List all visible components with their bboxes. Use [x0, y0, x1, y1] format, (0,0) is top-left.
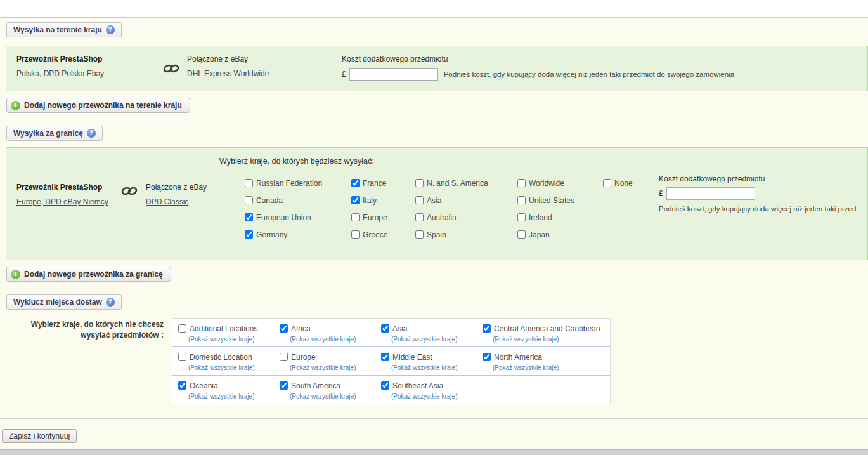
show-all-countries-link[interactable]: (Pokaż wszystkie kraje): [290, 393, 356, 400]
excluded-location-oceania[interactable]: Oceania: [178, 380, 269, 391]
domestic-shipping-section-header: Wysyłka na terenie kraju ?: [6, 22, 122, 37]
country-option-european-union[interactable]: European Union: [245, 209, 351, 226]
country-option-germany[interactable]: Germany: [245, 226, 351, 243]
excluded-location-south-america[interactable]: South America: [280, 380, 370, 391]
domestic-extra-item-cost-input[interactable]: [349, 68, 438, 81]
show-all-countries-link[interactable]: (Pokaż wszystkie kraje): [493, 364, 559, 371]
checkbox-france[interactable]: [351, 179, 360, 187]
checkbox-oceania[interactable]: [178, 381, 186, 390]
checkbox-label: United States: [529, 196, 574, 205]
checkbox-label: Middle East: [392, 353, 432, 362]
country-option-japan[interactable]: Japan: [517, 226, 603, 243]
add-international-carrier-button[interactable]: + Dodaj nowego przewoźnika za granicę: [6, 267, 171, 282]
checkbox-domestic-location[interactable]: [178, 353, 186, 361]
checkbox-label: Africa: [291, 324, 311, 333]
country-option-none[interactable]: None: [603, 175, 659, 192]
excluded-location-additional-locations[interactable]: Additional Locations: [178, 323, 269, 334]
show-all-countries-link[interactable]: (Pokaż wszystkie kraje): [188, 393, 254, 400]
checkbox-ireland[interactable]: [517, 213, 526, 221]
domestic-ebay-service-link[interactable]: DHL Express Worldwide: [187, 69, 269, 78]
country-option-australia[interactable]: Australia: [415, 209, 517, 226]
checkbox-spain[interactable]: [415, 230, 424, 239]
checkbox-australia[interactable]: [415, 213, 424, 221]
checkbox-middle-east[interactable]: [381, 353, 389, 361]
checkbox-europe[interactable]: [280, 353, 288, 361]
excluded-location-europe[interactable]: Europe: [280, 352, 370, 362]
exclude-countries-label-line2: wysyłać przedmiotów :: [0, 330, 164, 341]
international-extra-item-cost-input[interactable]: [666, 187, 755, 200]
country-option-europe[interactable]: Europe: [351, 209, 415, 226]
international-section-title: Wysyłka za granicę: [13, 129, 83, 138]
country-option-france[interactable]: France: [351, 175, 415, 192]
excluded-location-middle-east[interactable]: Middle East: [381, 352, 472, 362]
excluded-location-africa[interactable]: Africa: [280, 323, 370, 334]
excluded-locations-row: Additional Locations(Pokaż wszystkie kra…: [172, 319, 610, 347]
excluded-location-southeast-asia[interactable]: Southeast Asia: [381, 380, 472, 391]
checkbox-european-union[interactable]: [245, 213, 253, 221]
checkbox-n-and-s-america[interactable]: [415, 179, 424, 187]
checkbox-southeast-asia[interactable]: [381, 381, 389, 390]
country-option-asia[interactable]: Asia: [415, 192, 517, 209]
checkbox-south-america[interactable]: [280, 381, 288, 390]
checkbox-canada[interactable]: [245, 196, 253, 204]
checkbox-label: Europe: [363, 213, 387, 222]
checkbox-worldwide[interactable]: [517, 179, 526, 187]
excluded-location-north-america[interactable]: North America: [483, 352, 605, 362]
international-ebay-service-link[interactable]: DPD Classic: [146, 197, 188, 206]
checkbox-asia[interactable]: [381, 324, 389, 333]
show-all-countries-link[interactable]: (Pokaż wszystkie kraje): [290, 364, 356, 371]
help-icon[interactable]: ?: [87, 129, 96, 138]
country-option-n-and-s-america[interactable]: N. and S. America: [415, 175, 517, 192]
checkbox-additional-locations[interactable]: [178, 324, 186, 333]
excluded-location-asia[interactable]: Asia: [381, 323, 472, 334]
checkbox-japan[interactable]: [517, 230, 526, 239]
checkbox-none[interactable]: [603, 179, 611, 187]
ship-to-country-checkbox-grid: Russian FederationCanadaEuropean UnionGe…: [245, 175, 659, 243]
excluded-location-cell-europe: Europe(Pokaż wszystkie kraje): [274, 347, 375, 376]
show-all-countries-link[interactable]: (Pokaż wszystkie kraje): [391, 336, 457, 343]
show-all-countries-link[interactable]: (Pokaż wszystkie kraje): [493, 336, 559, 343]
help-icon[interactable]: ?: [106, 298, 115, 307]
show-all-countries-link[interactable]: (Pokaż wszystkie kraje): [290, 336, 356, 343]
domestic-carrier-link[interactable]: Polska, DPD Polska Ebay: [16, 69, 104, 78]
show-all-countries-link[interactable]: (Pokaż wszystkie kraje): [188, 336, 254, 343]
extra-item-cost-label: Koszt dodatkowego przedmiotu: [659, 175, 867, 183]
show-all-countries-link[interactable]: (Pokaż wszystkie kraje): [391, 393, 457, 400]
excluded-location-cell-south-america: South America(Pokaż wszystkie kraje): [274, 376, 375, 404]
international-carrier-link[interactable]: Europe, DPD eBay Niemcy: [16, 197, 108, 206]
country-option-italy[interactable]: Italy: [351, 192, 415, 209]
country-option-greece[interactable]: Greece: [351, 226, 415, 243]
checkbox-greece[interactable]: [351, 230, 360, 239]
country-option-russian-federation[interactable]: Russian Federation: [245, 175, 351, 192]
checkbox-asia[interactable]: [415, 196, 424, 204]
add-domestic-carrier-button[interactable]: + Dodaj nowego przewoźnika na terenie kr…: [6, 98, 190, 113]
checkbox-united-states[interactable]: [517, 196, 526, 204]
country-option-canada[interactable]: Canada: [245, 192, 351, 209]
excluded-location-cell-oceania: Oceania(Pokaż wszystkie kraje): [172, 376, 274, 404]
currency-symbol: £: [659, 189, 663, 198]
checkbox-central-america-and-caribbean[interactable]: [483, 324, 491, 333]
country-column: WorldwideUnited StatesIrelandJapan: [517, 175, 603, 243]
show-all-countries-link[interactable]: (Pokaż wszystkie kraje): [188, 364, 254, 371]
help-icon[interactable]: ?: [106, 25, 115, 34]
checkbox-north-america[interactable]: [483, 353, 491, 361]
country-option-united-states[interactable]: United States: [517, 192, 603, 209]
country-option-worldwide[interactable]: Worldwide: [517, 175, 603, 192]
excluded-location-domestic-location[interactable]: Domestic Location: [178, 352, 269, 362]
checkbox-label: Worldwide: [529, 179, 564, 188]
checkbox-label: Asia: [427, 196, 441, 205]
checkbox-label: Domestic Location: [190, 353, 252, 362]
add-international-carrier-label: Dodaj nowego przewoźnika za granicę: [24, 270, 163, 279]
checkbox-label: None: [614, 179, 633, 188]
show-all-countries-link[interactable]: (Pokaż wszystkie kraje): [391, 364, 457, 371]
checkbox-italy[interactable]: [351, 196, 360, 204]
country-option-ireland[interactable]: Ireland: [517, 209, 603, 226]
checkbox-germany[interactable]: [245, 230, 253, 239]
exclude-locations-section-header: Wyklucz miejsca dostaw ?: [6, 294, 122, 310]
save-and-continue-button[interactable]: Zapisz i kontynuuj: [2, 429, 77, 443]
checkbox-europe[interactable]: [351, 213, 360, 221]
checkbox-russian-federation[interactable]: [245, 179, 253, 187]
excluded-location-central-america-and-caribbean[interactable]: Central America and Caribbean: [483, 323, 605, 334]
checkbox-africa[interactable]: [280, 324, 288, 333]
country-option-spain[interactable]: Spain: [415, 226, 517, 243]
